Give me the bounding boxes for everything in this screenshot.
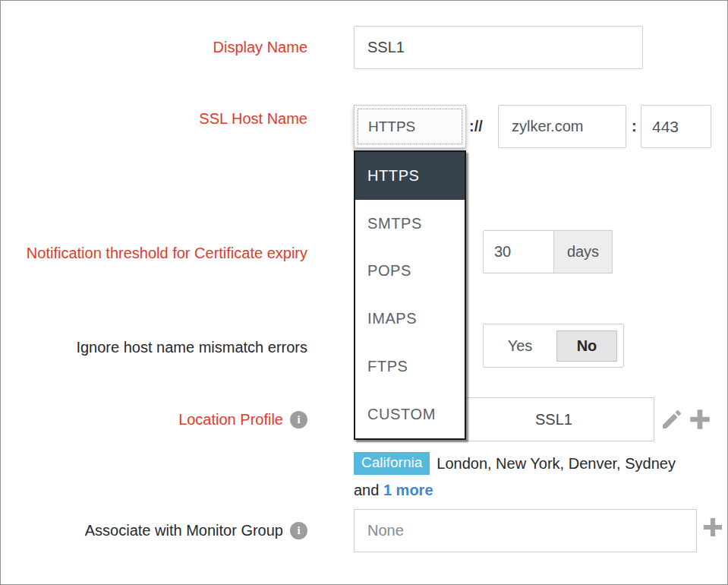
toggle-option-yes[interactable]: Yes xyxy=(484,337,556,355)
host-input[interactable] xyxy=(498,105,626,148)
info-icon[interactable]: i xyxy=(290,522,307,539)
threshold-days-input[interactable] xyxy=(483,230,554,274)
info-icon[interactable]: i xyxy=(290,411,307,428)
location-profile-label-row: Location Profile i xyxy=(1,409,307,430)
more-locations-link[interactable]: 1 more xyxy=(383,482,433,498)
add-monitor-group-button[interactable] xyxy=(700,514,726,540)
add-location-profile-button[interactable] xyxy=(686,406,714,433)
plus-icon xyxy=(686,406,714,433)
protocol-select[interactable]: HTTPS xyxy=(354,105,466,148)
notification-threshold-label: Notification threshold for Certificate e… xyxy=(1,241,307,266)
locations-conjunction: and xyxy=(354,482,379,498)
monitor-group-label: Associate with Monitor Group xyxy=(85,522,283,539)
protocol-dropdown: HTTPS SMTPS POPS IMAPS FTPS CUSTOM xyxy=(354,150,466,440)
monitor-group-value: None xyxy=(367,522,404,539)
toggle-option-no[interactable]: No xyxy=(556,330,617,362)
port-separator: : xyxy=(632,105,637,148)
locations-line: California London, New York, Denver, Syd… xyxy=(354,452,676,475)
display-name-label: Display Name xyxy=(1,35,307,60)
scheme-separator: :// xyxy=(469,105,483,148)
monitor-group-select[interactable]: None xyxy=(354,509,697,552)
display-name-input[interactable] xyxy=(354,26,643,69)
location-badge[interactable]: California xyxy=(354,452,430,475)
locations-more-line: and 1 more xyxy=(354,482,433,499)
dropdown-option-smtps[interactable]: SMTPS xyxy=(355,200,465,248)
pencil-icon xyxy=(660,407,684,432)
dropdown-option-imaps[interactable]: IMAPS xyxy=(355,295,465,343)
ssl-monitor-form: Display Name SSL Host Name HTTPS :// : H… xyxy=(0,0,728,585)
ignore-mismatch-label: Ignore host name mismatch errors xyxy=(1,335,307,360)
location-profile-value: SSL1 xyxy=(535,411,572,428)
monitor-group-label-row: Associate with Monitor Group i xyxy=(1,520,307,541)
locations-text: London, New York, Denver, Sydney xyxy=(436,455,676,473)
threshold-unit-addon: days xyxy=(553,230,613,274)
dropdown-option-custom[interactable]: CUSTOM xyxy=(355,391,465,438)
ssl-host-name-label: SSL Host Name xyxy=(1,106,307,131)
location-profile-label: Location Profile xyxy=(178,411,283,428)
edit-location-profile-button[interactable] xyxy=(660,407,684,432)
plus-icon xyxy=(700,514,726,540)
ignore-mismatch-toggle: Yes No xyxy=(483,324,624,368)
dropdown-option-ftps[interactable]: FTPS xyxy=(355,343,465,391)
protocol-select-value: HTTPS xyxy=(368,119,415,135)
port-input[interactable] xyxy=(641,105,711,148)
dropdown-option-pops[interactable]: POPS xyxy=(355,248,465,296)
dropdown-option-https[interactable]: HTTPS xyxy=(355,152,465,200)
